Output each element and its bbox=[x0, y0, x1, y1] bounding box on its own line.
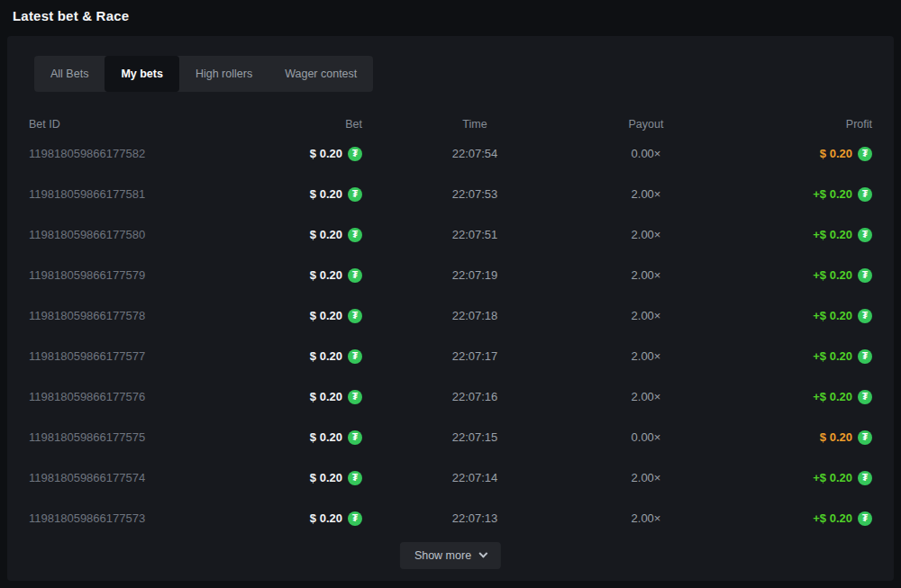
profit-cell: +$ 0.20 ₮ bbox=[705, 268, 872, 283]
bet-id-cell: 119818059866177576 bbox=[29, 390, 254, 403]
payout-cell: 0.00× bbox=[587, 147, 705, 160]
currency-coin-icon: ₮ bbox=[348, 349, 362, 364]
currency-coin-icon: ₮ bbox=[858, 511, 872, 526]
tab-high-rollers[interactable]: High rollers bbox=[179, 56, 268, 92]
profit-cell: +$ 0.20 ₮ bbox=[705, 511, 872, 526]
bet-id-cell: 119818059866177578 bbox=[29, 309, 254, 322]
header-profit: Profit bbox=[705, 118, 872, 131]
page-title: Latest bet & Race bbox=[13, 8, 129, 23]
payout-cell: 2.00× bbox=[587, 228, 705, 241]
table-body: 119818059866177582 $ 0.20 ₮ 22:07:54 0.0… bbox=[29, 133, 872, 538]
bet-amount: $ 0.20 bbox=[310, 390, 342, 403]
profit-amount: +$ 0.20 bbox=[813, 268, 852, 282]
currency-coin-icon: ₮ bbox=[858, 471, 872, 485]
tab-wager-contest[interactable]: Wager contest bbox=[268, 56, 373, 92]
currency-coin-icon: ₮ bbox=[858, 390, 872, 404]
bet-id-cell: 119818059866177573 bbox=[29, 511, 254, 525]
profit-amount: +$ 0.20 bbox=[813, 390, 852, 403]
currency-coin-icon: ₮ bbox=[348, 228, 362, 242]
profit-cell: +$ 0.20 ₮ bbox=[705, 471, 872, 485]
bet-amount: $ 0.20 bbox=[310, 228, 342, 241]
show-more-label: Show more bbox=[414, 549, 471, 562]
table-row[interactable]: 119818059866177575 $ 0.20 ₮ 22:07:15 0.0… bbox=[29, 417, 872, 457]
bet-cell: $ 0.20 ₮ bbox=[254, 511, 362, 526]
currency-coin-icon: ₮ bbox=[348, 147, 362, 161]
currency-coin-icon: ₮ bbox=[348, 471, 362, 485]
bet-amount: $ 0.20 bbox=[310, 511, 342, 525]
profit-cell: +$ 0.20 ₮ bbox=[705, 228, 872, 242]
header-bet: Bet bbox=[254, 118, 362, 131]
profit-amount: +$ 0.20 bbox=[813, 511, 852, 525]
profit-cell: +$ 0.20 ₮ bbox=[705, 187, 872, 202]
table-row[interactable]: 119818059866177579 $ 0.20 ₮ 22:07:19 2.0… bbox=[29, 255, 872, 295]
bet-amount: $ 0.20 bbox=[310, 471, 342, 484]
payout-cell: 2.00× bbox=[587, 309, 705, 322]
bet-amount: $ 0.20 bbox=[310, 430, 342, 444]
table-row[interactable]: 119818059866177577 $ 0.20 ₮ 22:07:17 2.0… bbox=[29, 336, 872, 376]
currency-coin-icon: ₮ bbox=[858, 228, 872, 242]
profit-amount: $ 0.20 bbox=[820, 147, 852, 160]
currency-coin-icon: ₮ bbox=[858, 187, 872, 202]
bet-id-cell: 119818059866177574 bbox=[29, 471, 254, 484]
bet-id-cell: 119818059866177575 bbox=[29, 430, 254, 444]
currency-coin-icon: ₮ bbox=[858, 349, 872, 364]
header-time: Time bbox=[362, 118, 587, 131]
bet-amount: $ 0.20 bbox=[310, 349, 342, 363]
time-cell: 22:07:53 bbox=[362, 187, 587, 201]
profit-cell: +$ 0.20 ₮ bbox=[705, 349, 872, 364]
profit-amount: $ 0.20 bbox=[820, 430, 852, 444]
table-row[interactable]: 119818059866177576 $ 0.20 ₮ 22:07:16 2.0… bbox=[29, 376, 872, 417]
bet-cell: $ 0.20 ₮ bbox=[254, 430, 362, 445]
bets-panel: All BetsMy betsHigh rollersWager contest… bbox=[7, 36, 894, 581]
payout-cell: 2.00× bbox=[587, 511, 705, 525]
payout-cell: 2.00× bbox=[587, 471, 705, 484]
bet-amount: $ 0.20 bbox=[310, 187, 342, 201]
table-row[interactable]: 119818059866177582 $ 0.20 ₮ 22:07:54 0.0… bbox=[29, 133, 872, 174]
currency-coin-icon: ₮ bbox=[348, 511, 362, 526]
currency-coin-icon: ₮ bbox=[348, 430, 362, 445]
profit-amount: +$ 0.20 bbox=[813, 349, 852, 363]
table-row[interactable]: 119818059866177574 $ 0.20 ₮ 22:07:14 2.0… bbox=[29, 457, 872, 498]
bet-id-cell: 119818059866177580 bbox=[29, 228, 254, 241]
tab-all-bets[interactable]: All Bets bbox=[34, 56, 105, 92]
table-row[interactable]: 119818059866177573 $ 0.20 ₮ 22:07:13 2.0… bbox=[29, 498, 872, 538]
bet-cell: $ 0.20 ₮ bbox=[254, 228, 362, 242]
currency-coin-icon: ₮ bbox=[858, 268, 872, 283]
profit-amount: +$ 0.20 bbox=[813, 187, 852, 201]
bet-id-cell: 119818059866177582 bbox=[29, 147, 254, 160]
chevron-down-icon bbox=[479, 548, 488, 557]
time-cell: 22:07:16 bbox=[362, 390, 587, 403]
bet-id-cell: 119818059866177581 bbox=[29, 187, 254, 201]
header-payout: Payout bbox=[587, 118, 705, 131]
time-cell: 22:07:19 bbox=[362, 268, 587, 282]
time-cell: 22:07:54 bbox=[362, 147, 587, 160]
bet-amount: $ 0.20 bbox=[310, 268, 342, 282]
payout-cell: 2.00× bbox=[587, 390, 705, 403]
profit-cell: +$ 0.20 ₮ bbox=[705, 309, 872, 323]
table-row[interactable]: 119818059866177578 $ 0.20 ₮ 22:07:18 2.0… bbox=[29, 295, 872, 336]
time-cell: 22:07:18 bbox=[362, 309, 587, 322]
bet-cell: $ 0.20 ₮ bbox=[254, 390, 362, 404]
bet-amount: $ 0.20 bbox=[310, 309, 342, 322]
bet-id-cell: 119818059866177577 bbox=[29, 349, 254, 363]
bet-cell: $ 0.20 ₮ bbox=[254, 309, 362, 323]
header-bet-id: Bet ID bbox=[29, 118, 254, 131]
bet-cell: $ 0.20 ₮ bbox=[254, 187, 362, 202]
bet-id-cell: 119818059866177579 bbox=[29, 268, 254, 282]
table-row[interactable]: 119818059866177580 $ 0.20 ₮ 22:07:51 2.0… bbox=[29, 214, 872, 255]
time-cell: 22:07:17 bbox=[362, 349, 587, 363]
bet-amount: $ 0.20 bbox=[310, 147, 342, 160]
currency-coin-icon: ₮ bbox=[858, 147, 872, 161]
currency-coin-icon: ₮ bbox=[858, 430, 872, 445]
bet-cell: $ 0.20 ₮ bbox=[254, 147, 362, 161]
title-bar: Latest bet & Race bbox=[0, 0, 901, 32]
profit-cell: $ 0.20 ₮ bbox=[705, 430, 872, 445]
show-more-button[interactable]: Show more bbox=[400, 542, 501, 569]
table-row[interactable]: 119818059866177581 $ 0.20 ₮ 22:07:53 2.0… bbox=[29, 174, 872, 214]
tab-my-bets[interactable]: My bets bbox=[105, 56, 179, 92]
bet-cell: $ 0.20 ₮ bbox=[254, 471, 362, 485]
currency-coin-icon: ₮ bbox=[348, 390, 362, 404]
table-header-row: Bet ID Bet Time Payout Profit bbox=[29, 115, 872, 133]
profit-amount: +$ 0.20 bbox=[813, 471, 852, 484]
currency-coin-icon: ₮ bbox=[858, 309, 872, 323]
